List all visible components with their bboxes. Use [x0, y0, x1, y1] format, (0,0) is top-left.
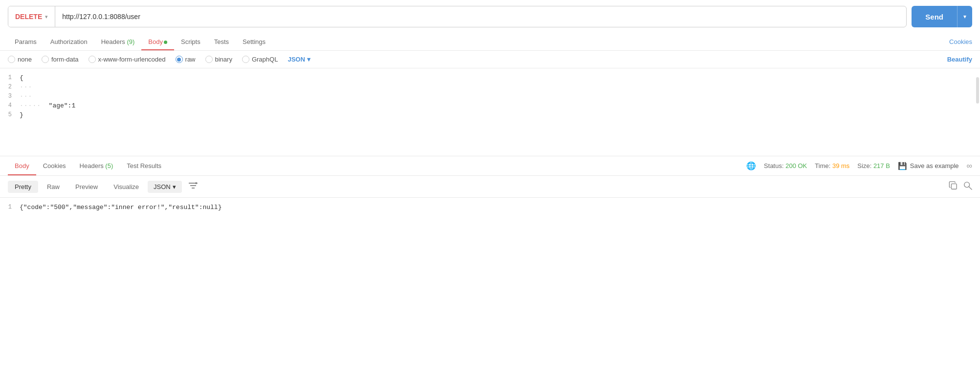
format-tab-raw[interactable]: Raw	[40, 181, 67, 193]
request-tabs: Params Authorization Headers (9) Body Sc…	[0, 33, 980, 51]
send-dropdown-button[interactable]: ▾	[957, 6, 972, 27]
json-format-selector[interactable]: JSON ▾	[288, 56, 310, 63]
code-line-5: 5 }	[0, 110, 980, 120]
size-value: 217 B	[873, 162, 890, 169]
send-button-container: Send ▾	[912, 6, 972, 27]
beautify-button[interactable]: Beautify	[947, 56, 972, 63]
size-label: Size: 217 B	[857, 162, 890, 169]
response-body: 1 {"code":"500","message":"inner error!"…	[0, 198, 980, 217]
response-json-selector[interactable]: JSON ▾	[148, 181, 182, 193]
method-chevron-icon: ▾	[45, 14, 48, 20]
code-line-1: 1 {	[0, 73, 980, 83]
search-icon-button[interactable]	[963, 181, 972, 192]
format-tab-preview[interactable]: Preview	[68, 181, 105, 193]
method-selector[interactable]: DELETE ▾	[8, 6, 55, 27]
svg-point-5	[964, 182, 970, 188]
radio-urlencoded[interactable]: x-www-form-urlencoded	[89, 56, 166, 63]
status-label: Status: 200 OK	[764, 162, 807, 169]
scroll-indicator	[976, 77, 979, 104]
radio-form-data-circle	[42, 56, 49, 63]
response-right-icons	[949, 181, 972, 192]
tab-scripts[interactable]: Scripts	[174, 33, 207, 50]
response-tab-cookies[interactable]: Cookies	[36, 156, 73, 175]
response-json-chevron-icon: ▾	[173, 183, 176, 190]
tab-settings[interactable]: Settings	[236, 33, 272, 50]
code-editor[interactable]: 1 { 2 ··· 3 ··· 4 ····· "age":1 5 }	[0, 68, 980, 156]
status-value: 200 OK	[785, 162, 807, 169]
json-chevron-icon: ▾	[307, 56, 311, 63]
time-label: Time: 39 ms	[815, 162, 849, 169]
tab-tests[interactable]: Tests	[207, 33, 236, 50]
response-line-1: 1 {"code":"500","message":"inner error!"…	[0, 203, 980, 212]
code-line-4: 4 ····· "age":1	[0, 101, 980, 110]
response-tab-headers[interactable]: Headers (5)	[73, 156, 120, 175]
response-tab-body[interactable]: Body	[8, 156, 36, 175]
radio-binary[interactable]: binary	[205, 56, 232, 63]
response-format-row: Pretty Raw Preview Visualize JSON ▾	[0, 176, 980, 198]
globe-icon: 🌐	[746, 161, 756, 170]
save-as-example-button[interactable]: 💾 Save as example	[898, 162, 959, 170]
format-tab-pretty[interactable]: Pretty	[8, 181, 38, 193]
radio-none[interactable]: none	[8, 56, 32, 63]
radio-binary-circle	[205, 56, 213, 63]
body-options: none form-data x-www-form-urlencoded raw…	[0, 51, 980, 68]
tab-headers[interactable]: Headers (9)	[94, 33, 142, 50]
code-line-2: 2 ···	[0, 83, 980, 92]
url-input[interactable]	[55, 13, 906, 21]
save-icon: 💾	[898, 162, 907, 170]
response-status-area: 🌐 Status: 200 OK Time: 39 ms Size: 217 B…	[746, 161, 972, 170]
format-tab-visualize[interactable]: Visualize	[107, 181, 146, 193]
radio-graphql-circle	[242, 56, 249, 63]
svg-line-6	[969, 187, 972, 190]
tab-body[interactable]: Body	[141, 33, 174, 50]
radio-form-data[interactable]: form-data	[42, 56, 79, 63]
url-bar-container: DELETE ▾	[8, 6, 907, 27]
code-line-3: 3 ···	[0, 92, 980, 101]
radio-raw[interactable]: raw	[176, 56, 196, 63]
radio-urlencoded-circle	[89, 56, 96, 63]
radio-none-circle	[8, 56, 15, 63]
send-button[interactable]: Send	[912, 6, 957, 27]
body-dot-indicator	[164, 41, 167, 44]
filter-icon-button[interactable]	[184, 180, 202, 193]
response-tab-test-results[interactable]: Test Results	[120, 156, 168, 175]
radio-raw-circle	[176, 56, 183, 63]
time-value: 39 ms	[832, 162, 849, 169]
svg-rect-4	[951, 184, 957, 189]
cookies-link[interactable]: Cookies	[949, 38, 972, 45]
tab-authorization[interactable]: Authorization	[44, 33, 94, 50]
response-section: Body Cookies Headers (5) Test Results 🌐 …	[0, 156, 980, 217]
tab-params[interactable]: Params	[8, 33, 44, 50]
tabs-right: Cookies	[949, 38, 972, 45]
response-tabs-row: Body Cookies Headers (5) Test Results 🌐 …	[0, 156, 980, 176]
method-label: DELETE	[15, 13, 42, 21]
copy-icon-button[interactable]	[949, 181, 958, 192]
radio-graphql[interactable]: GraphQL	[242, 56, 278, 63]
more-options-button[interactable]: ∞	[967, 162, 972, 170]
url-bar-section: DELETE ▾ Send ▾	[0, 0, 980, 33]
